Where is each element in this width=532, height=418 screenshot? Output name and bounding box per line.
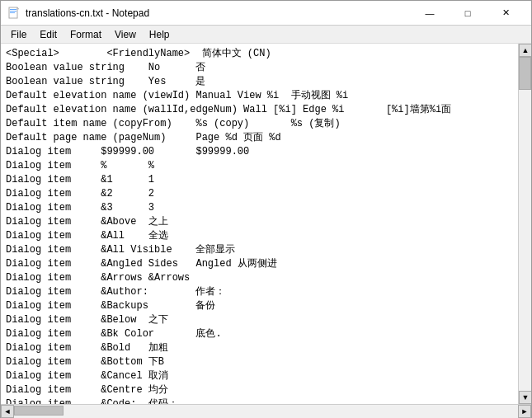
svg-rect-2	[10, 11, 16, 12]
svg-marker-4	[17, 7, 19, 9]
scroll-up-button[interactable]: ▲	[519, 44, 531, 57]
menu-item-file[interactable]: File	[4, 27, 33, 42]
content-area: <Special> <FriendlyName> 简体中文 (CN) Boole…	[1, 44, 531, 404]
scroll-track[interactable]	[519, 57, 531, 391]
svg-rect-1	[10, 9, 16, 10]
notepad-window: translations-cn.txt - Notepad — □ ✕ File…	[0, 0, 532, 418]
menu-item-edit[interactable]: Edit	[33, 27, 64, 42]
close-button[interactable]: ✕	[487, 1, 525, 26]
text-editor[interactable]: <Special> <FriendlyName> 简体中文 (CN) Boole…	[1, 44, 518, 404]
scroll-down-button[interactable]: ▼	[519, 391, 531, 404]
minimize-button[interactable]: —	[411, 1, 449, 26]
app-icon	[7, 7, 21, 20]
scroll-left-button[interactable]: ◄	[1, 405, 14, 418]
h-scroll-track[interactable]	[14, 405, 518, 418]
scroll-right-button[interactable]: ►	[518, 405, 531, 418]
svg-rect-3	[10, 12, 15, 13]
horizontal-scrollbar[interactable]: ◄ ►	[1, 404, 531, 417]
menu-item-view[interactable]: View	[108, 27, 143, 42]
title-bar: translations-cn.txt - Notepad — □ ✕	[1, 1, 531, 26]
vertical-scrollbar[interactable]: ▲ ▼	[518, 44, 531, 404]
menu-item-format[interactable]: Format	[64, 27, 108, 42]
maximize-button[interactable]: □	[449, 1, 487, 26]
scroll-thumb[interactable]	[519, 57, 531, 90]
menu-item-help[interactable]: Help	[143, 27, 177, 42]
window-controls: — □ ✕	[411, 1, 525, 26]
h-scroll-thumb[interactable]	[14, 406, 64, 416]
menu-bar: FileEditFormatViewHelp	[1, 26, 531, 44]
window-title: translations-cn.txt - Notepad	[26, 7, 411, 19]
bottom-area: ◄ ►	[1, 404, 531, 417]
